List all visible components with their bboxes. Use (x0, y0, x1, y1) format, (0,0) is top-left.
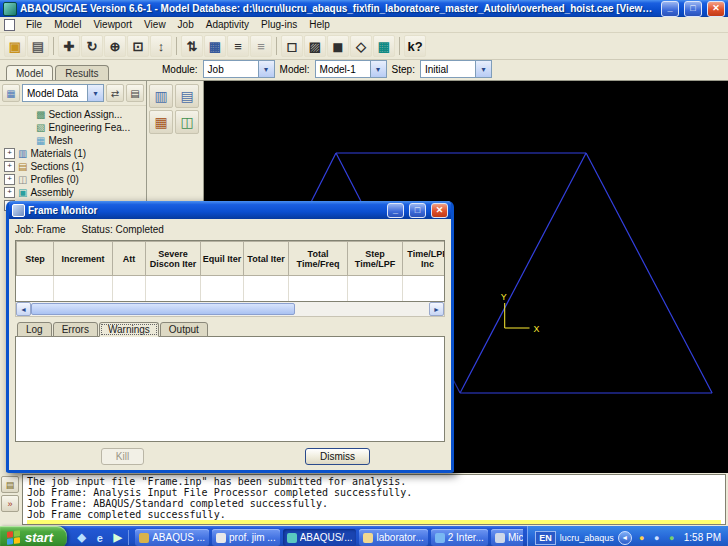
clock[interactable]: 1:58 PM (684, 532, 721, 543)
menu-plug-ins[interactable]: Plug-ins (255, 18, 303, 31)
dialog-title-bar[interactable]: Frame Monitor _ □ ✕ (9, 201, 451, 219)
hiddenline-render-icon[interactable]: ▨ (304, 35, 326, 57)
module-select[interactable]: Job ▾ (203, 60, 275, 78)
adaptivity-manager-icon[interactable]: ▦ (149, 110, 173, 134)
tree-item-engineering-fea[interactable]: ▧Engineering Fea... (0, 121, 146, 134)
monitor-minimize-button[interactable]: _ (387, 203, 404, 218)
monitor-tab-warnings[interactable]: Warnings (99, 322, 159, 337)
monitor-cell (201, 276, 244, 302)
expand-icon[interactable]: + (4, 161, 15, 172)
dialog-icon (12, 204, 25, 217)
view-manager-icon[interactable]: ≡ (250, 35, 272, 57)
sort-icon[interactable]: ⇅ (181, 35, 203, 57)
start-button[interactable]: start (0, 526, 67, 546)
media-player-icon[interactable]: ▶ (110, 530, 125, 545)
chevron-down-icon[interactable]: ▾ (370, 61, 386, 77)
monitor-col-total-time-freq: Total Time/Freq (289, 242, 348, 276)
message-area-tab-icon[interactable]: ▤ (1, 476, 19, 493)
pan-view-icon[interactable]: ✚ (58, 35, 80, 57)
taskbar-button-2-inter[interactable]: 2 Inter... (431, 529, 488, 546)
perspective-icon[interactable]: ◇ (350, 35, 372, 57)
job-manager-icon[interactable]: ▥ (149, 84, 173, 108)
tree-item-mesh[interactable]: ▦Mesh (0, 134, 146, 147)
task-label: ABAQUS ... (152, 532, 205, 543)
chevron-down-icon[interactable]: ▾ (258, 61, 274, 77)
tree-toolbar: ▦ Model Data ▾ ⇄▤ (0, 81, 146, 106)
monitor-text-area[interactable] (15, 336, 445, 442)
model-select[interactable]: Model-1 ▾ (315, 60, 387, 78)
scroll-right-icon[interactable]: ► (429, 302, 444, 316)
monitor-tab-errors[interactable]: Errors (53, 322, 98, 337)
expand-icon[interactable]: + (4, 187, 15, 198)
context-help-icon[interactable]: k? (404, 35, 426, 57)
task-app-icon (287, 533, 297, 543)
print-icon[interactable]: ▤ (27, 35, 49, 57)
menu-adaptivity[interactable]: Adaptivity (200, 18, 255, 31)
render-table-icon[interactable]: ▦ (373, 35, 395, 57)
step-select[interactable]: Initial ▾ (420, 60, 492, 78)
chevron-down-icon[interactable]: ▾ (87, 85, 103, 101)
scroll-left-icon[interactable]: ◄ (16, 302, 31, 316)
auto-fit-view-icon[interactable]: ↕ (150, 35, 172, 57)
expand-icon[interactable]: + (4, 148, 15, 159)
taskbar-button-microsoft[interactable]: Microsoft... (491, 529, 523, 546)
shaded-render-icon[interactable]: ◼ (327, 35, 349, 57)
menu-model[interactable]: Model (48, 18, 87, 31)
monitor-tab-log[interactable]: Log (17, 322, 52, 337)
rotate-view-icon[interactable]: ↻ (81, 35, 103, 57)
monitor-maximize-button[interactable]: □ (409, 203, 426, 218)
kill-button[interactable]: Kill (101, 448, 144, 465)
magnify-view-icon[interactable]: ⊕ (104, 35, 126, 57)
maximize-button[interactable]: □ (684, 1, 702, 17)
internet-explorer-icon[interactable]: e (92, 530, 107, 545)
minimize-button[interactable]: _ (661, 1, 679, 17)
taskbar-button-abaqus[interactable]: ABAQUS/... (283, 529, 357, 546)
tab-results[interactable]: Results (55, 65, 108, 80)
open-database-icon[interactable]: ▣ (4, 35, 26, 57)
message-log[interactable]: The job input file "Frame.inp" has been … (22, 474, 726, 525)
mesh-icon: ▦ (36, 136, 45, 146)
query-info-icon[interactable]: ≡ (227, 35, 249, 57)
hide-inactive-icons-button[interactable]: ◄ (618, 531, 632, 545)
expand-icon[interactable]: + (4, 174, 15, 185)
tab-model[interactable]: Model (6, 65, 53, 80)
menu-viewport[interactable]: Viewport (87, 18, 138, 31)
taskbar-button-abaqus[interactable]: ABAQUS ... (135, 529, 209, 546)
wireframe-render-icon[interactable]: ◻ (281, 35, 303, 57)
monitor-tab-output[interactable]: Output (160, 322, 208, 337)
monitor-cell (17, 276, 54, 302)
show-desktop-icon[interactable]: ◆ (74, 530, 89, 545)
tray-shield-icon[interactable]: ● (666, 532, 678, 544)
tree-item-assembly[interactable]: +▣Assembly (0, 186, 146, 199)
tray-volume-icon[interactable]: ● (636, 532, 648, 544)
tree-item-sections-1[interactable]: +▤Sections (1) (0, 160, 146, 173)
menu-file[interactable]: File (20, 18, 48, 31)
taskbar-button-laborator[interactable]: laborator... (359, 529, 427, 546)
taskbar-button-prof-jim[interactable]: prof. jim ... (212, 529, 280, 546)
tree-options-icon[interactable]: ▤ (126, 84, 144, 102)
close-button[interactable]: ✕ (707, 1, 725, 17)
menu-bar: FileModelViewportViewJobAdaptivityPlug-i… (0, 17, 728, 33)
optimization-icon[interactable]: ◫ (175, 110, 199, 134)
field-output-icon[interactable]: ▦ (204, 35, 226, 57)
tree-double-arrow-icon[interactable]: ⇄ (106, 84, 124, 102)
box-zoom-icon[interactable]: ⊡ (127, 35, 149, 57)
tree-scope-select[interactable]: Model Data ▾ (22, 84, 104, 102)
horizontal-scrollbar[interactable]: ◄ ► (15, 302, 445, 317)
message-area-tabs: ▤ » (0, 473, 20, 526)
create-job-icon[interactable]: ▤ (175, 84, 199, 108)
dismiss-button[interactable]: Dismiss (305, 448, 370, 465)
tree-item-materials-1[interactable]: +▥Materials (1) (0, 147, 146, 160)
chevron-down-icon[interactable]: ▾ (475, 61, 491, 77)
monitor-close-button[interactable]: ✕ (431, 203, 448, 218)
tree-item-section-assign[interactable]: ▩Section Assign... (0, 108, 146, 121)
menu-view[interactable]: View (138, 18, 172, 31)
tray-network-icon[interactable]: ● (651, 532, 663, 544)
scroll-thumb[interactable] (31, 303, 295, 315)
command-line-tab-icon[interactable]: » (1, 495, 19, 512)
menu-job[interactable]: Job (172, 18, 200, 31)
language-indicator[interactable]: EN (535, 531, 556, 545)
panel-tabs: ModelResults (0, 60, 152, 80)
tree-item-profiles-0[interactable]: +◫Profiles (0) (0, 173, 146, 186)
menu-help[interactable]: Help (303, 18, 336, 31)
